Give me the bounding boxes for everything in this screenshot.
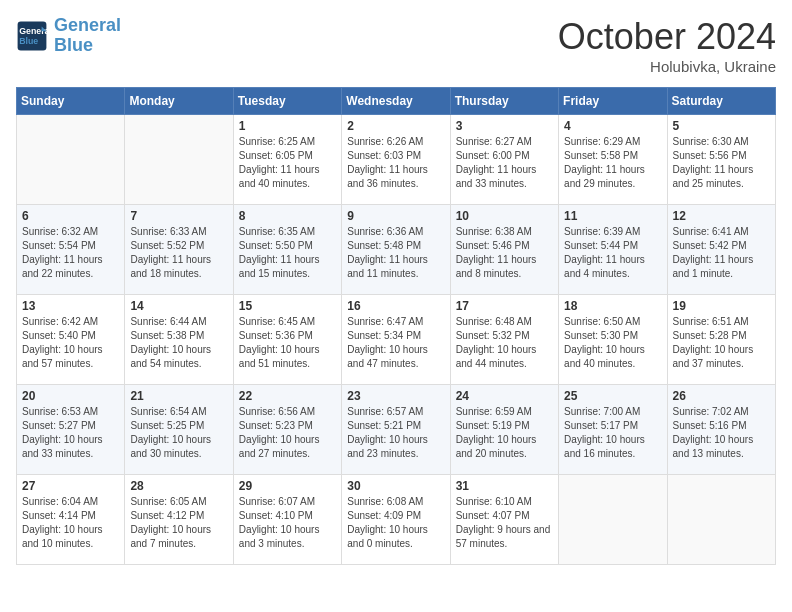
calendar-day-cell: 4Sunrise: 6:29 AM Sunset: 5:58 PM Daylig…: [559, 115, 667, 205]
day-info: Sunrise: 6:32 AM Sunset: 5:54 PM Dayligh…: [22, 225, 119, 281]
calendar-day-cell: 28Sunrise: 6:05 AM Sunset: 4:12 PM Dayli…: [125, 475, 233, 565]
day-number: 28: [130, 479, 227, 493]
day-number: 8: [239, 209, 336, 223]
calendar-day-cell: 1Sunrise: 6:25 AM Sunset: 6:05 PM Daylig…: [233, 115, 341, 205]
day-info: Sunrise: 6:56 AM Sunset: 5:23 PM Dayligh…: [239, 405, 336, 461]
page-header: General Blue GeneralBlue October 2024 Ho…: [16, 16, 776, 75]
calendar-table: SundayMondayTuesdayWednesdayThursdayFrid…: [16, 87, 776, 565]
day-info: Sunrise: 6:39 AM Sunset: 5:44 PM Dayligh…: [564, 225, 661, 281]
day-info: Sunrise: 6:36 AM Sunset: 5:48 PM Dayligh…: [347, 225, 444, 281]
calendar-day-cell: 18Sunrise: 6:50 AM Sunset: 5:30 PM Dayli…: [559, 295, 667, 385]
day-info: Sunrise: 6:54 AM Sunset: 5:25 PM Dayligh…: [130, 405, 227, 461]
calendar-day-cell: [667, 475, 775, 565]
calendar-day-cell: 14Sunrise: 6:44 AM Sunset: 5:38 PM Dayli…: [125, 295, 233, 385]
calendar-day-cell: 2Sunrise: 6:26 AM Sunset: 6:03 PM Daylig…: [342, 115, 450, 205]
day-of-week-header: Saturday: [667, 88, 775, 115]
day-info: Sunrise: 6:27 AM Sunset: 6:00 PM Dayligh…: [456, 135, 553, 191]
day-number: 30: [347, 479, 444, 493]
calendar-day-cell: 24Sunrise: 6:59 AM Sunset: 5:19 PM Dayli…: [450, 385, 558, 475]
day-of-week-header: Wednesday: [342, 88, 450, 115]
calendar-day-cell: 25Sunrise: 7:00 AM Sunset: 5:17 PM Dayli…: [559, 385, 667, 475]
day-number: 13: [22, 299, 119, 313]
day-info: Sunrise: 6:10 AM Sunset: 4:07 PM Dayligh…: [456, 495, 553, 551]
svg-text:Blue: Blue: [19, 36, 38, 46]
day-info: Sunrise: 6:50 AM Sunset: 5:30 PM Dayligh…: [564, 315, 661, 371]
day-number: 22: [239, 389, 336, 403]
day-info: Sunrise: 6:59 AM Sunset: 5:19 PM Dayligh…: [456, 405, 553, 461]
day-of-week-header: Sunday: [17, 88, 125, 115]
day-number: 21: [130, 389, 227, 403]
calendar-week-row: 20Sunrise: 6:53 AM Sunset: 5:27 PM Dayli…: [17, 385, 776, 475]
day-number: 4: [564, 119, 661, 133]
calendar-day-cell: 3Sunrise: 6:27 AM Sunset: 6:00 PM Daylig…: [450, 115, 558, 205]
calendar-day-cell: 22Sunrise: 6:56 AM Sunset: 5:23 PM Dayli…: [233, 385, 341, 475]
day-number: 18: [564, 299, 661, 313]
day-of-week-header: Monday: [125, 88, 233, 115]
day-info: Sunrise: 7:02 AM Sunset: 5:16 PM Dayligh…: [673, 405, 770, 461]
month-title: October 2024: [558, 16, 776, 58]
day-info: Sunrise: 6:47 AM Sunset: 5:34 PM Dayligh…: [347, 315, 444, 371]
day-number: 29: [239, 479, 336, 493]
calendar-day-cell: [559, 475, 667, 565]
calendar-day-cell: 21Sunrise: 6:54 AM Sunset: 5:25 PM Dayli…: [125, 385, 233, 475]
day-of-week-header: Thursday: [450, 88, 558, 115]
day-number: 7: [130, 209, 227, 223]
day-number: 17: [456, 299, 553, 313]
calendar-day-cell: 12Sunrise: 6:41 AM Sunset: 5:42 PM Dayli…: [667, 205, 775, 295]
day-number: 19: [673, 299, 770, 313]
day-number: 15: [239, 299, 336, 313]
day-number: 3: [456, 119, 553, 133]
calendar-day-cell: 19Sunrise: 6:51 AM Sunset: 5:28 PM Dayli…: [667, 295, 775, 385]
day-info: Sunrise: 6:41 AM Sunset: 5:42 PM Dayligh…: [673, 225, 770, 281]
day-number: 27: [22, 479, 119, 493]
calendar-day-cell: 11Sunrise: 6:39 AM Sunset: 5:44 PM Dayli…: [559, 205, 667, 295]
day-info: Sunrise: 6:30 AM Sunset: 5:56 PM Dayligh…: [673, 135, 770, 191]
calendar-day-cell: 31Sunrise: 6:10 AM Sunset: 4:07 PM Dayli…: [450, 475, 558, 565]
calendar-header-row: SundayMondayTuesdayWednesdayThursdayFrid…: [17, 88, 776, 115]
day-number: 1: [239, 119, 336, 133]
day-info: Sunrise: 6:33 AM Sunset: 5:52 PM Dayligh…: [130, 225, 227, 281]
day-info: Sunrise: 6:05 AM Sunset: 4:12 PM Dayligh…: [130, 495, 227, 551]
title-block: October 2024 Holubivka, Ukraine: [558, 16, 776, 75]
day-info: Sunrise: 6:26 AM Sunset: 6:03 PM Dayligh…: [347, 135, 444, 191]
day-info: Sunrise: 6:45 AM Sunset: 5:36 PM Dayligh…: [239, 315, 336, 371]
day-number: 10: [456, 209, 553, 223]
day-info: Sunrise: 6:53 AM Sunset: 5:27 PM Dayligh…: [22, 405, 119, 461]
calendar-day-cell: 17Sunrise: 6:48 AM Sunset: 5:32 PM Dayli…: [450, 295, 558, 385]
day-info: Sunrise: 6:38 AM Sunset: 5:46 PM Dayligh…: [456, 225, 553, 281]
day-number: 12: [673, 209, 770, 223]
day-info: Sunrise: 6:25 AM Sunset: 6:05 PM Dayligh…: [239, 135, 336, 191]
day-info: Sunrise: 6:44 AM Sunset: 5:38 PM Dayligh…: [130, 315, 227, 371]
day-info: Sunrise: 6:48 AM Sunset: 5:32 PM Dayligh…: [456, 315, 553, 371]
calendar-day-cell: 16Sunrise: 6:47 AM Sunset: 5:34 PM Dayli…: [342, 295, 450, 385]
calendar-week-row: 27Sunrise: 6:04 AM Sunset: 4:14 PM Dayli…: [17, 475, 776, 565]
calendar-day-cell: 7Sunrise: 6:33 AM Sunset: 5:52 PM Daylig…: [125, 205, 233, 295]
day-info: Sunrise: 6:08 AM Sunset: 4:09 PM Dayligh…: [347, 495, 444, 551]
calendar-day-cell: 20Sunrise: 6:53 AM Sunset: 5:27 PM Dayli…: [17, 385, 125, 475]
day-info: Sunrise: 6:04 AM Sunset: 4:14 PM Dayligh…: [22, 495, 119, 551]
day-number: 6: [22, 209, 119, 223]
day-info: Sunrise: 6:29 AM Sunset: 5:58 PM Dayligh…: [564, 135, 661, 191]
day-info: Sunrise: 6:57 AM Sunset: 5:21 PM Dayligh…: [347, 405, 444, 461]
day-number: 16: [347, 299, 444, 313]
day-number: 31: [456, 479, 553, 493]
day-number: 26: [673, 389, 770, 403]
day-number: 20: [22, 389, 119, 403]
calendar-day-cell: 6Sunrise: 6:32 AM Sunset: 5:54 PM Daylig…: [17, 205, 125, 295]
calendar-day-cell: [125, 115, 233, 205]
calendar-day-cell: 29Sunrise: 6:07 AM Sunset: 4:10 PM Dayli…: [233, 475, 341, 565]
calendar-day-cell: 9Sunrise: 6:36 AM Sunset: 5:48 PM Daylig…: [342, 205, 450, 295]
day-number: 24: [456, 389, 553, 403]
day-info: Sunrise: 6:51 AM Sunset: 5:28 PM Dayligh…: [673, 315, 770, 371]
day-number: 9: [347, 209, 444, 223]
svg-text:General: General: [19, 26, 48, 36]
logo: General Blue GeneralBlue: [16, 16, 121, 56]
day-info: Sunrise: 6:42 AM Sunset: 5:40 PM Dayligh…: [22, 315, 119, 371]
calendar-day-cell: 13Sunrise: 6:42 AM Sunset: 5:40 PM Dayli…: [17, 295, 125, 385]
calendar-day-cell: [17, 115, 125, 205]
calendar-day-cell: 30Sunrise: 6:08 AM Sunset: 4:09 PM Dayli…: [342, 475, 450, 565]
day-number: 11: [564, 209, 661, 223]
calendar-day-cell: 5Sunrise: 6:30 AM Sunset: 5:56 PM Daylig…: [667, 115, 775, 205]
day-of-week-header: Tuesday: [233, 88, 341, 115]
calendar-day-cell: 15Sunrise: 6:45 AM Sunset: 5:36 PM Dayli…: [233, 295, 341, 385]
